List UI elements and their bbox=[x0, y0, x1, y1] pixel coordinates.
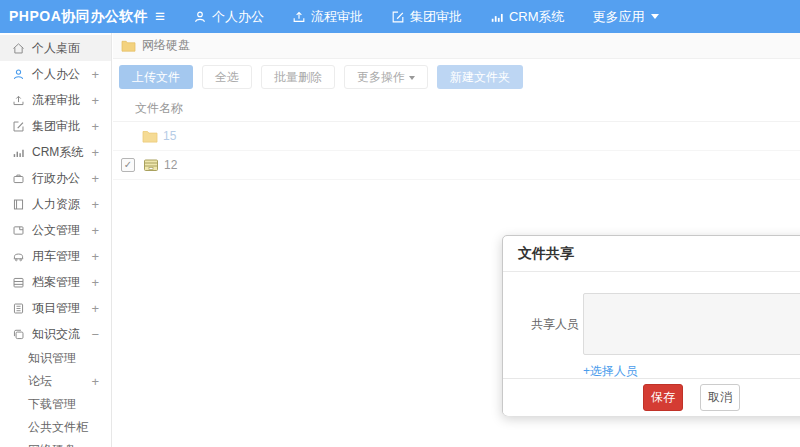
file-name-column-header: 文件名称 bbox=[135, 100, 183, 117]
caret-down-icon bbox=[651, 14, 659, 19]
nav-item-personal-office[interactable]: 个人办公 bbox=[179, 0, 278, 33]
book-icon bbox=[12, 198, 25, 211]
upload-file-button[interactable]: 上传文件 bbox=[119, 65, 193, 89]
nav-item-crm[interactable]: CRM系统 bbox=[476, 0, 579, 33]
expand-toggle[interactable]: + bbox=[91, 67, 99, 82]
bar-chart-icon bbox=[490, 10, 504, 24]
share-people-input[interactable] bbox=[583, 293, 800, 355]
sidebar-item-knowledge-exchange[interactable]: 知识交流 − bbox=[0, 321, 111, 347]
home-icon bbox=[12, 42, 25, 55]
document-icon bbox=[12, 224, 25, 237]
chat-copy-icon bbox=[12, 328, 25, 341]
sidebar-subitem-forum[interactable]: 论坛 + bbox=[0, 370, 111, 393]
expand-toggle[interactable]: + bbox=[91, 145, 99, 160]
nav-item-more-apps[interactable]: 更多应用 bbox=[579, 0, 673, 33]
sidebar-subitem-knowledge-mgmt[interactable]: 知识管理 bbox=[0, 347, 111, 370]
save-button[interactable]: 保存 bbox=[643, 384, 683, 411]
sidebar-item-admin-office[interactable]: 行政办公 + bbox=[0, 165, 111, 191]
cancel-button[interactable]: 取消 bbox=[700, 384, 740, 411]
file-share-dialog: 文件共享 共享人员 +选择人员 保存 取消 bbox=[502, 235, 800, 416]
expand-toggle[interactable]: + bbox=[91, 119, 99, 134]
file-name: 15 bbox=[163, 129, 176, 143]
file-row-archive-12[interactable]: ✓ 12 bbox=[113, 151, 800, 180]
file-table: 文件名称 15 ✓ 12 bbox=[113, 95, 800, 180]
folder-icon bbox=[121, 39, 136, 52]
car-icon bbox=[12, 250, 25, 263]
sidebar-item-personal-office[interactable]: 个人办公 + bbox=[0, 61, 111, 87]
sidebar-item-crm[interactable]: CRM系统 + bbox=[0, 139, 111, 165]
bar-chart-icon bbox=[12, 146, 25, 159]
edit-icon bbox=[12, 120, 25, 133]
sidebar-item-label: 公文管理 bbox=[32, 222, 80, 239]
sidebar-subitem-public-cabinet[interactable]: 公共文件柜 bbox=[0, 416, 111, 439]
sidebar-subitem-label: 知识管理 bbox=[28, 350, 76, 367]
submit-arrow-icon bbox=[292, 10, 306, 24]
expand-toggle[interactable]: + bbox=[91, 374, 99, 389]
briefcase-icon bbox=[12, 172, 25, 185]
select-all-button[interactable]: 全选 bbox=[202, 65, 252, 89]
sidebar-subitem-network-disk[interactable]: 网络硬盘 bbox=[0, 439, 111, 447]
sidebar-item-group-approval[interactable]: 集团审批 + bbox=[0, 113, 111, 139]
submit-arrow-icon bbox=[12, 94, 25, 107]
top-header: PHPOA协同办公软件 ≡ 个人办公 流程审批 集团审批 CRM系统 更多应用 bbox=[0, 0, 800, 33]
folder-icon bbox=[142, 129, 158, 143]
new-folder-button[interactable]: 新建文件夹 bbox=[437, 65, 523, 89]
sidebar: 个人桌面 个人办公 + 流程审批 + 集团审批 + CRM系统 + 行政办公 +… bbox=[0, 33, 112, 447]
nav-item-label: CRM系统 bbox=[509, 8, 565, 26]
archive-drawer-icon bbox=[12, 276, 25, 289]
sidebar-subitem-label: 论坛 bbox=[28, 373, 52, 390]
sidebar-item-workflow-approval[interactable]: 流程审批 + bbox=[0, 87, 111, 113]
dialog-title: 文件共享 bbox=[518, 245, 574, 263]
row-checkbox-checked[interactable]: ✓ bbox=[121, 158, 135, 172]
share-people-label: 共享人员 bbox=[531, 316, 583, 333]
sidebar-subitem-label: 下载管理 bbox=[28, 396, 76, 413]
batch-delete-button[interactable]: 批量删除 bbox=[261, 65, 335, 89]
edit-icon bbox=[391, 10, 405, 24]
hamburger-menu-icon[interactable]: ≡ bbox=[155, 0, 165, 33]
sidebar-item-label: 人力资源 bbox=[32, 196, 80, 213]
sidebar-submenu-knowledge: 知识管理 论坛 + 下载管理 公共文件柜 网络硬盘 bbox=[0, 347, 111, 447]
sidebar-item-label: 行政办公 bbox=[32, 170, 80, 187]
nav-item-label: 个人办公 bbox=[212, 8, 264, 26]
choose-people-link[interactable]: +选择人员 bbox=[583, 363, 638, 380]
file-row-folder-15[interactable]: 15 bbox=[113, 122, 800, 151]
breadcrumb-label: 网络硬盘 bbox=[142, 37, 190, 54]
expand-toggle[interactable]: + bbox=[91, 301, 99, 316]
sidebar-item-project-mgmt[interactable]: 项目管理 + bbox=[0, 295, 111, 321]
sidebar-item-label: CRM系统 bbox=[32, 144, 83, 161]
caret-down-icon bbox=[409, 76, 415, 80]
nav-item-label: 流程审批 bbox=[311, 8, 363, 26]
app-brand: PHPOA协同办公软件 bbox=[0, 8, 149, 26]
sidebar-item-label: 项目管理 bbox=[32, 300, 80, 317]
expand-toggle[interactable]: + bbox=[91, 275, 99, 290]
expand-toggle[interactable]: − bbox=[91, 327, 99, 342]
nav-item-workflow-approval[interactable]: 流程审批 bbox=[278, 0, 377, 33]
file-name: 12 bbox=[164, 158, 177, 172]
nav-item-label: 集团审批 bbox=[410, 8, 462, 26]
dialog-header: 文件共享 bbox=[503, 236, 800, 272]
sidebar-item-label: 知识交流 bbox=[32, 326, 80, 343]
sidebar-item-archive-mgmt[interactable]: 档案管理 + bbox=[0, 269, 111, 295]
file-toolbar: 上传文件 全选 批量删除 更多操作 新建文件夹 bbox=[113, 59, 800, 95]
sidebar-item-personal-desktop[interactable]: 个人桌面 bbox=[0, 35, 111, 61]
sidebar-subitem-label: 公共文件柜 bbox=[28, 419, 88, 436]
user-icon bbox=[193, 10, 207, 24]
sidebar-subitem-label: 网络硬盘 bbox=[28, 442, 76, 447]
nav-item-label: 更多应用 bbox=[593, 8, 645, 26]
sidebar-item-vehicle-mgmt[interactable]: 用车管理 + bbox=[0, 243, 111, 269]
archive-file-icon bbox=[143, 158, 159, 172]
nav-item-group-approval[interactable]: 集团审批 bbox=[377, 0, 476, 33]
sidebar-item-document-mgmt[interactable]: 公文管理 + bbox=[0, 217, 111, 243]
expand-toggle[interactable]: + bbox=[91, 93, 99, 108]
sidebar-item-hr[interactable]: 人力资源 + bbox=[0, 191, 111, 217]
expand-toggle[interactable]: + bbox=[91, 197, 99, 212]
expand-toggle[interactable]: + bbox=[91, 171, 99, 186]
more-operations-dropdown[interactable]: 更多操作 bbox=[344, 65, 428, 89]
sidebar-subitem-download-mgmt[interactable]: 下载管理 bbox=[0, 393, 111, 416]
breadcrumb: 网络硬盘 bbox=[113, 33, 800, 59]
sidebar-item-label: 流程审批 bbox=[32, 92, 80, 109]
expand-toggle[interactable]: + bbox=[91, 249, 99, 264]
file-table-header: 文件名称 bbox=[113, 95, 800, 122]
sidebar-item-label: 档案管理 bbox=[32, 274, 80, 291]
expand-toggle[interactable]: + bbox=[91, 223, 99, 238]
